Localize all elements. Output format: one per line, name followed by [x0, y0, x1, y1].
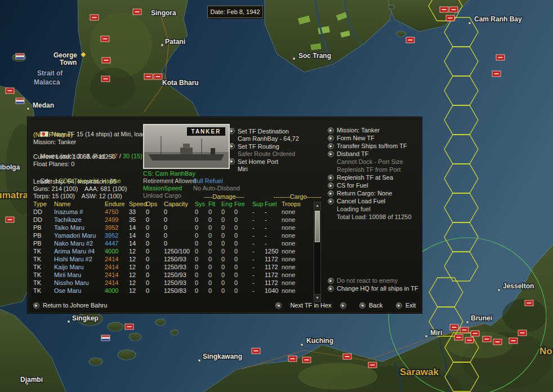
unit-counter-icon[interactable] [101, 76, 110, 82]
tf-torps-asw: Torps: 15 (100) ASW: 12 (100) [33, 193, 122, 199]
unit-counter-icon[interactable] [496, 55, 505, 60]
status-retirement-allowed[interactable]: Retirement Allowed [143, 177, 197, 184]
action-arrow-icon[interactable]: ▸ [328, 182, 334, 189]
cell-name[interactable]: Inazuma # [54, 208, 105, 215]
unit-counter-icon[interactable] [525, 300, 533, 306]
dutch-flag-icon[interactable] [16, 98, 24, 104]
unit-counter-icon[interactable] [493, 339, 502, 345]
unit-counter-icon[interactable] [492, 71, 501, 77]
action-set-tf-destination[interactable]: ▸Set TF Destination [229, 127, 299, 135]
table-row[interactable]: TKHishi Maru #224141201250/930000-1172no… [33, 256, 315, 264]
exit-button[interactable]: ▸ Exit [396, 302, 416, 309]
cell-sup: - [252, 271, 265, 278]
action-cs-for-fuel[interactable]: ▸CS for Fuel [328, 181, 412, 189]
prev-tf-arrow-icon[interactable]: ◂ [275, 302, 282, 309]
unit-counter-icon[interactable] [368, 362, 377, 368]
unit-counter-icon[interactable] [302, 357, 311, 363]
unit-counter-icon[interactable] [446, 15, 454, 21]
unit-counter-icon[interactable] [90, 15, 99, 20]
action-arrow-icon[interactable]: ▸ [328, 278, 334, 284]
unit-counter-icon[interactable] [101, 36, 109, 42]
unit-counter-icon[interactable] [144, 74, 153, 79]
unit-counter-icon[interactable] [440, 7, 448, 12]
unit-counter-icon[interactable] [133, 9, 141, 15]
table-row[interactable]: PBNako Maru #2444714000000--none [33, 240, 315, 248]
unit-counter-icon[interactable] [252, 348, 260, 354]
action-arrow-icon[interactable]: ▸ [328, 127, 334, 133]
action-set-home-port[interactable]: ▸Set Home Port [229, 158, 299, 166]
unit-counter-icon[interactable] [449, 7, 458, 12]
scrollbar-thumb[interactable] [315, 211, 320, 242]
action-arrow-icon[interactable]: ▸ [328, 151, 334, 157]
table-row[interactable]: TKNissho Maru24141201250/930000-1172none [33, 279, 315, 287]
unit-counter-icon[interactable] [102, 57, 110, 63]
cell-name[interactable]: Nissho Maru [54, 279, 105, 286]
action-arrow-icon[interactable]: ▸ [328, 143, 334, 149]
cell-name[interactable]: Nako Maru #2 [54, 240, 105, 247]
unit-counter-icon[interactable] [465, 337, 474, 343]
unit-counter-icon[interactable] [343, 354, 351, 359]
table-row[interactable]: TKKaijo Maru24141201250/930000-1172none [33, 264, 315, 271]
action-arrow-icon[interactable]: ▸ [328, 175, 334, 181]
tf-leadership: Leadership: 64, Inspiration: 65 [33, 178, 117, 185]
table-row[interactable]: DDInazuma #475033000000--none [33, 208, 315, 216]
table-row[interactable]: TKOse Maru40001201250/830000-1040none [33, 287, 315, 295]
cell-name[interactable]: Taiko Maru [54, 224, 105, 231]
unit-counter-icon[interactable] [406, 37, 414, 43]
cell-name[interactable]: Tachikaze [54, 216, 105, 223]
scrollbar-up-icon[interactable]: ▲ [314, 202, 320, 210]
unit-counter-icon[interactable] [471, 331, 479, 336]
table-row[interactable]: TKMirii Maru24141201250/930000-1172none [33, 271, 315, 279]
cell-cap: 1250/93 [164, 264, 195, 270]
city-dot [198, 359, 200, 362]
action-transfer-ships-to-from-tf[interactable]: ▸Transfer Ships to/from TF [328, 142, 412, 150]
status-full-refuel[interactable]: Full Refuel [193, 177, 223, 184]
cell-name[interactable]: Mirii Maru [54, 271, 105, 278]
unit-counter-icon[interactable] [454, 335, 463, 340]
return-to-home-port-button[interactable]: ▸ Return to Johore Bahru [33, 302, 107, 309]
dutch-flag-icon[interactable] [16, 54, 24, 59]
action-arrow-icon[interactable]: ▸ [328, 286, 334, 292]
cell-name[interactable]: Hishi Maru #2 [54, 256, 105, 262]
action-change-hq-for-all-ships-in-tf[interactable]: ▸Change HQ for all ships in TF [328, 284, 418, 292]
action-return-cargo-none[interactable]: ▸Return Cargo: None [328, 189, 412, 197]
action-arrow-icon[interactable]: ▸ [328, 135, 334, 141]
cell-name[interactable]: Arima Maru #4 [54, 248, 105, 255]
unit-counter-icon[interactable] [509, 338, 518, 344]
unit-counter-icon[interactable] [154, 74, 162, 79]
action-form-new-tf[interactable]: ▸Form New TF [328, 134, 412, 142]
status-cs-cam-ranhbay[interactable]: CS: Cam RanhBay [143, 170, 195, 177]
scrollbar-down-icon[interactable]: ▼ [314, 294, 320, 301]
unit-counter-icon[interactable] [125, 324, 133, 329]
cell-name[interactable]: Ose Maru [54, 287, 105, 294]
action-do-not-react-to-enemy[interactable]: ▸Do not react to enemy [328, 277, 418, 284]
action-cancel-load-fuel[interactable]: ▸Cancel Load Fuel [328, 197, 412, 205]
cell-name[interactable]: Yamadori Maru [54, 232, 105, 239]
ship-table-scrollbar[interactable]: ▲ ▼ [314, 202, 321, 302]
action-replenish-tf-at-sea[interactable]: ▸Replenish TF at Sea [328, 173, 412, 181]
unit-counter-icon[interactable] [460, 327, 469, 333]
unit-counter-icon[interactable] [450, 324, 458, 330]
action-mission-tanker[interactable]: ▸Mission: Tanker [328, 126, 412, 134]
cell-troops: none [282, 216, 315, 223]
status-missionspeed[interactable]: MissionSpeed [143, 185, 182, 191]
next-tf-arrow-icon[interactable]: ▸ [340, 302, 346, 309]
back-button[interactable]: ◂ Back [359, 302, 382, 309]
action-set-tf-routing[interactable]: ▸Set TF Routing [229, 142, 299, 150]
table-row[interactable]: PBYamadori Maru395214000000--none [33, 232, 315, 240]
table-row[interactable]: PBTaiko Maru395214000000--none [33, 224, 315, 232]
table-row[interactable]: TKArima Maru #440001201250/1000000-1250n… [33, 248, 315, 256]
tf-float-planes: Float Planes: 0 [33, 161, 74, 167]
dutch-flag-icon[interactable] [101, 335, 110, 341]
unit-counter-icon[interactable] [518, 330, 527, 336]
cell-name[interactable]: Kaijo Maru [54, 264, 105, 270]
table-row[interactable]: DDTachikaze249935000000--none [33, 216, 315, 224]
tf-name[interactable]: (No TF Name) [33, 131, 73, 138]
unit-counter-icon[interactable] [6, 88, 14, 93]
unit-counter-icon[interactable] [483, 336, 491, 342]
unit-counter-icon[interactable] [288, 356, 297, 362]
status-no-auto-disband[interactable]: No Auto-Disband [193, 185, 240, 191]
unit-counter-icon[interactable] [6, 217, 14, 222]
cell-troops: none [282, 248, 315, 255]
action-disband-tf[interactable]: ▸Disband TF [328, 150, 412, 158]
